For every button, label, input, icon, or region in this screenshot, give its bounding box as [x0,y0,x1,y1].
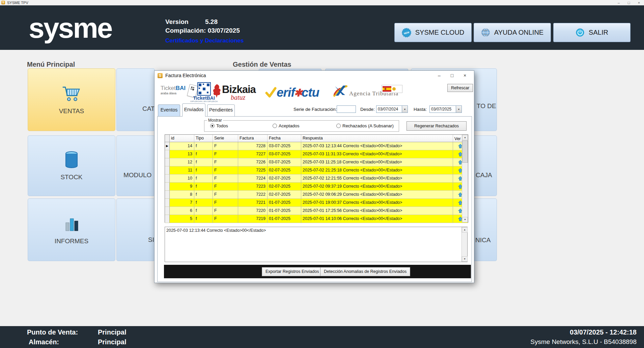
compilacion-value: 03/07/2025 [208,27,240,34]
cell-tipo: f [194,142,213,150]
new-badge-icon: NEW [402,28,411,37]
verifactu-text-2: ctu [302,86,319,100]
cell-factura: 7221 [238,199,268,207]
tile-partial-modulo[interactable]: MODULO [116,135,155,196]
tab-eventos[interactable]: Eventos [158,104,180,116]
scroll-up-icon[interactable]: ▲ [462,135,468,140]
tab-enviados[interactable]: Enviados [182,103,205,117]
grid-row[interactable]: 11 f F 7225 02-07-2025 2025-07-02 21:25:… [165,166,468,175]
sysme-logo: sysme [29,13,112,43]
salir-button[interactable]: SALIR [553,23,631,42]
hasta-date-select[interactable]: 03/07/2025 ▼ [429,105,462,113]
bizkaia-batuz-logo: Bizkaia batuz [212,84,256,101]
cell-tipo: f [194,150,213,158]
tile-stock[interactable]: STOCK [28,135,115,196]
regenerar-rechazados-button[interactable]: Regenerar Rechazados [407,121,467,131]
grid-row[interactable]: 10 f F 7224 02-07-2025 2025-07-02 12:21:… [165,175,468,183]
cell-factura: 7220 [238,207,268,215]
ayuda-online-button[interactable]: AYUDA ONLINE [474,23,551,42]
cell-serie: F [213,191,238,199]
desde-date-select[interactable]: 03/07/2024 ▼ [376,105,408,113]
scrollbar-thumb[interactable] [462,140,468,163]
col-tipo[interactable]: Tipo [194,135,213,142]
status-datetime: 03/07/2025 - 12:42:18 [570,328,637,336]
serie-facturacion-input[interactable] [337,105,356,113]
cell-id: 8 [170,191,194,199]
app-icon: S [1,1,5,4]
grid-row[interactable]: ▶ 14 f F 7228 03-07-2025 2025-07-03 12:1… [165,142,468,150]
tile-stock-label: STOCK [60,173,82,181]
hasta-date-value: 03/07/2025 [430,107,456,112]
certificados-link[interactable]: Certificados y Declaraciones [165,36,244,45]
ticketbai-araba-caption: araba álava [161,92,186,95]
tile-informes[interactable]: INFORMES [28,198,115,261]
maximize-icon[interactable]: □ [624,1,634,5]
company-id: Sysme Networks, S.L.U - B54038898 [530,338,637,346]
dialog-close-icon[interactable]: × [458,73,471,78]
grid-row[interactable]: 9 f F 7223 02-07-2025 2025-07-02 09:37:1… [165,183,468,191]
detail-scrollbar[interactable]: ▲ ▼ [461,227,467,262]
chevron-down-icon[interactable]: ▼ [402,106,408,113]
grid-row[interactable]: 8 f F 7222 02-07-2025 2025-07-02 09:06:2… [165,191,468,199]
tab-pendientes[interactable]: Pendientes [207,104,235,116]
cell-factura: 7224 [238,175,268,183]
radio-aceptados[interactable]: Aceptados [273,123,299,128]
exportar-registros-button[interactable]: Exportar Registros Enviados [262,267,323,276]
verifactu-text-1: erif [277,86,295,100]
row-selector [165,166,170,175]
serie-facturacion-label: Serie de Facturación: [293,107,337,112]
os-window-title: SYSME TPV [7,1,28,5]
tile-partial-catalogo[interactable]: CAT [116,68,155,131]
dialog-maximize-icon[interactable]: □ [446,73,458,78]
cell-factura: 7227 [238,150,268,158]
row-selector [165,158,170,166]
scroll-down-icon[interactable]: ▼ [462,217,468,222]
cell-factura: 7226 [238,158,268,166]
col-fecha[interactable]: Fecha [268,135,301,142]
cell-respuesta: 2025-07-03 12:13:44 Correcto <Estado>00<… [301,142,453,150]
tile-partial-si[interactable]: SI [116,198,155,261]
respuesta-detail-box[interactable]: 2025-07-03 12:13:44 Correcto <Estado>00<… [165,227,468,262]
tile-partial-caja-label: CAJA [476,171,492,179]
cell-id: 13 [170,150,194,158]
close-icon[interactable]: × [634,1,644,5]
tile-ventas[interactable]: VENTAS [28,68,115,131]
deteccion-anomalias-button[interactable]: Detección Anomalias de Registros Enviado… [320,267,410,276]
cell-fecha: 01-07-2025 [268,207,301,215]
grid-row[interactable]: 7 f F 7221 01-07-2025 2025-07-01 19:00:3… [165,199,468,207]
col-serie[interactable]: Serie [213,135,238,142]
power-icon [576,28,585,37]
gobierno-espana-logo [382,85,402,93]
refrescar-button[interactable]: Refrescar [447,84,473,92]
scroll-down-icon[interactable]: ▼ [462,256,468,262]
cell-respuesta: 2025-07-03 11:31:33 Correcto <Estado>00<… [301,150,453,158]
cell-fecha: 02-07-2025 [268,175,301,183]
radio-rechazados[interactable]: Rechazados (A Subsanar) [336,123,394,128]
cell-respuesta: 2025-07-02 09:06:29 Correcto <Estado>00<… [301,191,453,199]
col-respuesta[interactable]: Respuesta [301,135,453,142]
scroll-up-icon[interactable]: ▲ [462,227,468,232]
grid-scrollbar[interactable]: ▲ ▼ [462,135,468,222]
grid-row[interactable]: 13 f F 7227 03-07-2025 2025-07-03 11:31:… [165,150,468,158]
os-titlebar: S SYSME TPV – □ × [0,0,644,5]
chevron-down-icon[interactable]: ▼ [456,106,461,113]
cell-fecha: 03-07-2025 [268,150,301,158]
col-id[interactable]: id [170,135,194,142]
tile-partial-catalogo-label: CAT [142,105,155,113]
col-factura[interactable]: Factura [238,135,268,142]
dialog-titlebar[interactable]: S Factura Electrónica – □ × [155,71,474,80]
cell-tipo: f [194,175,213,183]
radio-todos-label: Todos [216,123,228,128]
sysme-cloud-button[interactable]: NEW SYSME CLOUD [394,23,472,42]
radio-todos[interactable]: Todos [210,123,228,128]
row-selector [165,207,170,215]
cell-tipo: f [194,207,213,215]
grid-row[interactable]: 6 f F 7220 01-07-2025 2025-07-01 17:25:5… [165,207,468,215]
minimize-icon[interactable]: – [614,1,624,5]
cell-serie: F [213,166,238,175]
dialog-minimize-icon[interactable]: – [433,73,446,78]
grid-row[interactable]: 5 f F 7219 01-07-2025 2025-07-01 14:10:0… [165,215,468,223]
cell-tipo: f [194,199,213,207]
grid-body: ▶ 14 f F 7228 03-07-2025 2025-07-03 12:1… [165,142,468,223]
grid-row[interactable]: 12 f F 7226 03-07-2025 2025-07-03 11:25:… [165,158,468,166]
